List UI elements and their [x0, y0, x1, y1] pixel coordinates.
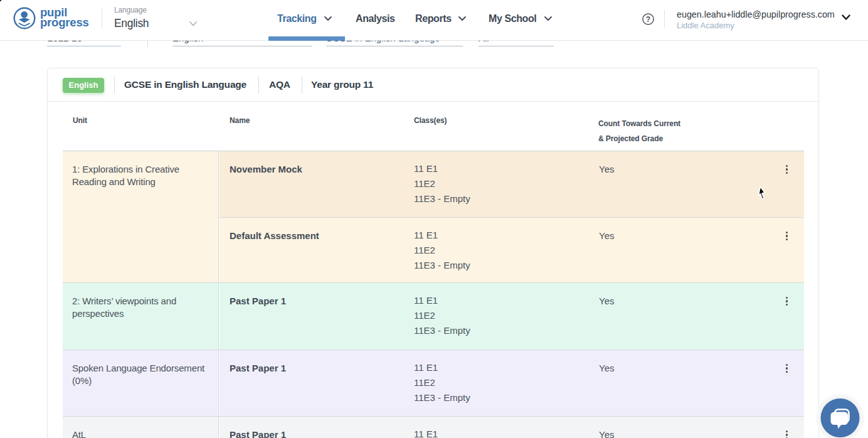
svg-text:?: ? — [646, 15, 650, 24]
